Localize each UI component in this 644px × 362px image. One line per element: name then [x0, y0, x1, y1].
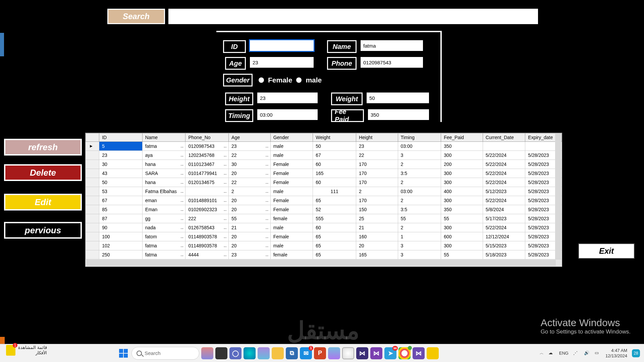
table-cell[interactable]: Female: [270, 205, 313, 214]
table-cell[interactable]: 30...: [229, 160, 271, 169]
table-cell[interactable]: 20...: [229, 241, 271, 250]
row-header[interactable]: [86, 223, 99, 232]
table-row[interactable]: 50hana...0120134675...22...Female6017023…: [86, 178, 562, 187]
taskbar-edge-icon[interactable]: [244, 347, 256, 359]
taskbar-app-icon[interactable]: [201, 347, 213, 359]
table-cell[interactable]: 85: [99, 205, 143, 214]
table-cell[interactable]: 90: [99, 223, 143, 232]
table-cell[interactable]: 55...: [229, 214, 271, 223]
table-cell[interactable]: 5/15/2023: [483, 241, 525, 250]
taskbar-vscode-icon[interactable]: ⋈: [356, 347, 368, 359]
table-cell[interactable]: 300: [441, 169, 483, 178]
table-row[interactable]: 5fatma...0120987543...23...male502303:00…: [86, 142, 562, 151]
table-cell[interactable]: 200: [441, 160, 483, 169]
table-cell[interactable]: fatma...: [142, 250, 185, 259]
table-cell[interactable]: 01026902323...: [185, 205, 229, 214]
table-cell[interactable]: fatma...: [142, 142, 185, 151]
table-row[interactable]: 53Fatma Elbahas......2...male111203:0040…: [86, 187, 562, 196]
taskbar-app8-icon[interactable]: [328, 347, 340, 359]
table-cell[interactable]: 300: [441, 151, 483, 160]
taskbar-preview-widget[interactable]: قائمة المشاهدة الأفكار: [6, 345, 47, 356]
table-cell[interactable]: 23...: [229, 250, 271, 259]
table-cell[interactable]: 67: [313, 151, 356, 160]
row-header[interactable]: [86, 250, 99, 259]
table-cell[interactable]: 01148903578...: [185, 241, 229, 250]
column-header[interactable]: ID: [99, 133, 143, 142]
taskbar-taskview-icon[interactable]: [215, 347, 227, 359]
name-input[interactable]: [361, 40, 423, 51]
table-cell[interactable]: 170: [356, 178, 398, 187]
table-cell[interactable]: nada...: [142, 223, 185, 232]
taskbar-visualstudio-icon[interactable]: ⋈: [370, 347, 382, 359]
table-cell[interactable]: 55: [441, 250, 483, 259]
height-input[interactable]: [257, 93, 318, 103]
table-cell[interactable]: 5/22/2024: [483, 151, 525, 160]
table-cell[interactable]: male: [270, 142, 313, 151]
table-cell[interactable]: 65: [313, 241, 356, 250]
table-cell[interactable]: 160: [356, 232, 398, 241]
table-row[interactable]: 87gg...222...55...female5552555555/17/20…: [86, 214, 562, 223]
table-row[interactable]: 90nada...0126758543...21...male602123005…: [86, 223, 562, 232]
taskbar-explorer-icon[interactable]: [272, 347, 284, 359]
table-cell[interactable]: 65: [313, 250, 356, 259]
row-header[interactable]: [86, 142, 99, 151]
table-cell[interactable]: 21...: [229, 223, 271, 232]
table-cell[interactable]: 1: [398, 232, 441, 241]
row-header[interactable]: [86, 187, 99, 196]
table-cell[interactable]: 2: [398, 160, 441, 169]
table-cell[interactable]: 170: [356, 169, 398, 178]
table-cell[interactable]: 2: [356, 187, 398, 196]
table-cell[interactable]: 5/17/2023: [483, 214, 525, 223]
taskbar-clock[interactable]: 4:47 AM 12/13/2024: [605, 348, 627, 358]
table-cell[interactable]: eman...: [142, 196, 185, 205]
table-cell[interactable]: 2...: [229, 187, 271, 196]
table-cell[interactable]: 0126758543...: [185, 223, 229, 232]
table-row[interactable]: 23aya...1202345768...22...male672233005/…: [86, 151, 562, 160]
notification-center-badge[interactable]: 28: [632, 349, 640, 357]
table-cell[interactable]: 300: [441, 196, 483, 205]
table-cell[interactable]: 03:00: [398, 142, 441, 151]
table-cell[interactable]: aya...: [142, 151, 185, 160]
table-cell[interactable]: 12/12/2024: [483, 232, 525, 241]
table-cell[interactable]: 165: [356, 250, 398, 259]
table-cell[interactable]: 23: [356, 142, 398, 151]
taskbar-powerpoint-icon[interactable]: P: [314, 347, 326, 359]
column-header[interactable]: Age: [229, 133, 271, 142]
table-cell[interactable]: 55: [398, 214, 441, 223]
column-header[interactable]: Current_Date: [483, 133, 525, 142]
table-cell[interactable]: female: [270, 214, 313, 223]
table-cell[interactable]: gg...: [142, 214, 185, 223]
table-cell[interactable]: 3:5: [398, 205, 441, 214]
row-header[interactable]: [86, 241, 99, 250]
table-cell[interactable]: 20: [356, 241, 398, 250]
table-cell[interactable]: 20...: [229, 169, 271, 178]
table-cell[interactable]: 01014779941...: [185, 169, 229, 178]
tray-language-indicator[interactable]: ENG: [559, 351, 569, 356]
table-cell[interactable]: 170: [356, 196, 398, 205]
table-cell[interactable]: 300: [441, 223, 483, 232]
previous-button[interactable]: pervious: [4, 222, 82, 239]
column-header[interactable]: Gender: [270, 133, 313, 142]
female-radio[interactable]: [259, 77, 264, 83]
table-cell[interactable]: male: [270, 187, 313, 196]
table-cell[interactable]: 170: [356, 160, 398, 169]
table-cell[interactable]: 350: [441, 205, 483, 214]
table-cell[interactable]: fatma...: [142, 241, 185, 250]
table-cell[interactable]: 0120987543...: [185, 142, 229, 151]
table-cell[interactable]: Fatma Elbahas...: [142, 187, 185, 196]
table-cell[interactable]: 20...: [229, 232, 271, 241]
table-cell[interactable]: Eman...: [142, 205, 185, 214]
taskbar-chrome-icon[interactable]: [342, 347, 354, 359]
table-cell[interactable]: 222...: [185, 214, 229, 223]
timing-input[interactable]: [257, 109, 318, 120]
male-radio[interactable]: [296, 77, 302, 83]
table-cell[interactable]: 23: [99, 151, 143, 160]
table-cell[interactable]: 150: [356, 205, 398, 214]
table-cell[interactable]: 65: [313, 196, 356, 205]
table-cell[interactable]: 5/22/2024: [483, 169, 525, 178]
fee-input[interactable]: [368, 109, 429, 120]
table-cell[interactable]: 3: [398, 250, 441, 259]
row-header[interactable]: [86, 160, 99, 169]
table-cell[interactable]: 52: [313, 205, 356, 214]
table-cell[interactable]: 22...: [229, 151, 271, 160]
